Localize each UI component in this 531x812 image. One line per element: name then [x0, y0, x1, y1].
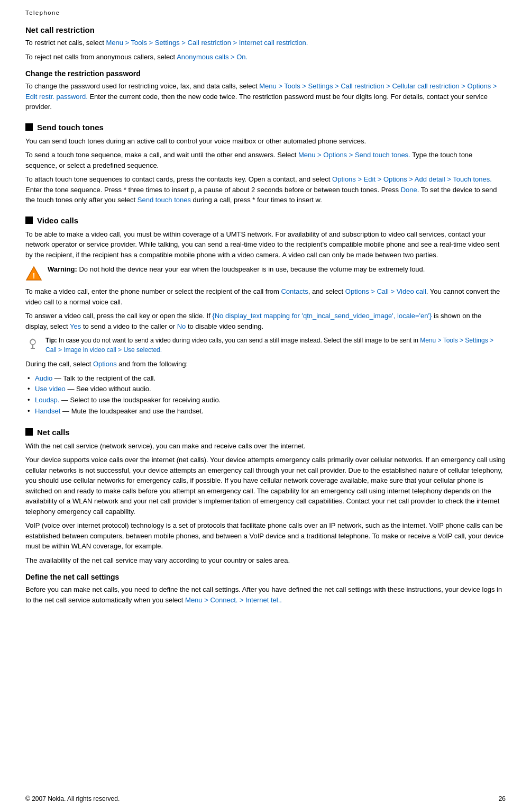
section-bullet: [25, 123, 33, 131]
use-video-link[interactable]: Use video: [35, 385, 66, 393]
done-link[interactable]: Done: [401, 186, 417, 194]
page-footer: © 2007 Nokia. All rights reserved. 26: [0, 795, 531, 802]
anonymous-calls-link[interactable]: Anonymous calls > On.: [177, 53, 248, 61]
net-call-restriction-para1: To restrict net calls, select Menu > Too…: [25, 38, 506, 48]
audio-link[interactable]: Audio: [35, 374, 52, 382]
net-call-restriction-heading: Net call restriction: [25, 25, 506, 34]
options-during-call-link[interactable]: Options: [93, 360, 117, 368]
no-link[interactable]: No: [177, 322, 186, 330]
during-call-para: During the call, select Options and from…: [25, 359, 506, 369]
copyright-text: © 2007 Nokia. All rights reserved.: [25, 795, 120, 802]
define-net-call-para: Before you can make net calls, you need …: [25, 584, 506, 605]
header-title: Telephone: [25, 10, 60, 16]
warning-box: ! Warning: Do not hold the device near y…: [25, 264, 506, 282]
net-call-restriction-para2: To reject net calls from anonymous calle…: [25, 52, 506, 62]
net-calls-heading: Net calls: [37, 428, 70, 437]
warning-icon: !: [25, 265, 42, 282]
tip-icon: [25, 337, 40, 351]
tip-text: Tip: In case you do not want to send a v…: [45, 336, 506, 355]
send-touch-tones-section-heading: Send touch tones: [25, 123, 506, 132]
net-calls-para1: With the net call service (network servi…: [25, 441, 506, 452]
menu-connect-link[interactable]: Menu > Connect. > Internet tel..: [185, 596, 282, 604]
list-item: Loudsp. — Select to use the loudspeaker …: [35, 395, 506, 406]
define-net-call-heading: Define the net call settings: [25, 573, 506, 581]
section-bullet-video: [25, 216, 33, 224]
no-display-text-link[interactable]: {No display_text mapping for 'qtn_incal_…: [212, 312, 432, 320]
send-touch-tones-heading: Send touch tones: [37, 123, 104, 132]
send-touch-tones-link[interactable]: Menu > Options > Send touch tones.: [298, 151, 410, 159]
net-calls-para3: VoIP (voice over internet protocol) tech…: [25, 520, 506, 552]
video-calls-section-heading: Video calls: [25, 216, 506, 225]
video-call-options-list: Audio — Talk to the recipient of the cal…: [35, 373, 506, 417]
send-touch-tones-during-call-link[interactable]: Send touch tones: [138, 196, 191, 204]
page-wrapper: Telephone Net call restriction To restri…: [0, 0, 531, 812]
list-item: Handset — Mute the loudspeaker and use t…: [35, 406, 506, 417]
contacts-link[interactable]: Contacts: [281, 287, 308, 295]
net-calls-para2: Your device supports voice calls over th…: [25, 455, 506, 517]
send-touch-tones-para2: To send a touch tone sequence, make a ca…: [25, 150, 506, 170]
section-bullet-net: [25, 428, 33, 436]
net-calls-section-heading: Net calls: [25, 428, 506, 437]
send-touch-tones-para3: To attach touch tone sequences to contac…: [25, 174, 506, 205]
video-calls-para1: To be able to make a video call, you mus…: [25, 229, 506, 260]
video-calls-para3: To answer a video call, press the call k…: [25, 311, 506, 331]
tip-box: Tip: In case you do not want to send a v…: [25, 336, 506, 355]
loudsp-link[interactable]: Loudsp.: [35, 396, 59, 404]
net-calls-para4: The availability of the net call service…: [25, 555, 506, 566]
send-touch-tones-para1: You can send touch tones during an activ…: [25, 136, 506, 147]
yes-link[interactable]: Yes: [70, 322, 81, 330]
options-call-video-link[interactable]: Options > Call > Video call: [345, 287, 426, 295]
svg-point-2: [30, 339, 35, 345]
list-item: Audio — Talk to the recipient of the cal…: [35, 373, 506, 384]
change-password-heading: Change the restriction password: [25, 69, 506, 78]
handset-link[interactable]: Handset: [35, 407, 60, 415]
change-password-para: To change the password used for restrict…: [25, 81, 506, 112]
svg-text:!: !: [33, 272, 35, 280]
video-calls-heading: Video calls: [37, 216, 78, 225]
page-number: 26: [499, 795, 506, 802]
page-header: Telephone: [25, 10, 506, 16]
internet-call-restriction-link[interactable]: Menu > Tools > Settings > Call restricti…: [106, 39, 308, 47]
touch-tones-options-link[interactable]: Options > Edit > Options > Add detail > …: [332, 175, 492, 183]
warning-text: Warning: Do not hold the device near you…: [48, 264, 425, 275]
list-item: Use video — See video without audio.: [35, 384, 506, 395]
video-calls-para2: To make a video call, enter the phone nu…: [25, 286, 506, 307]
